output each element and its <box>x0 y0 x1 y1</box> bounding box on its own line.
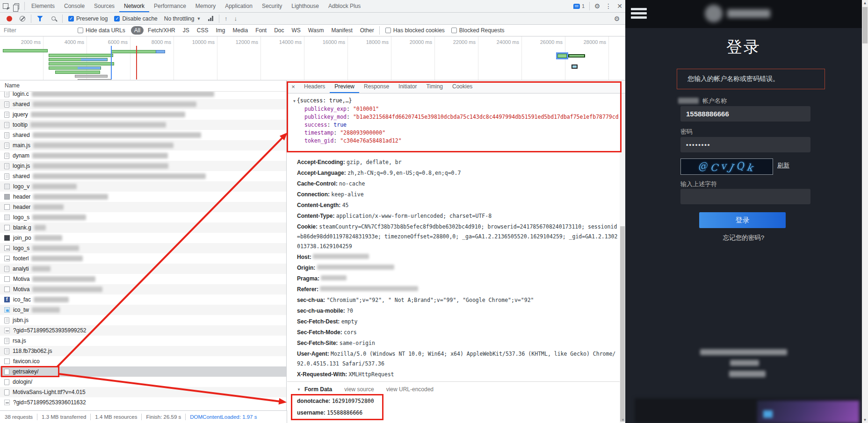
filter-chip-manifest[interactable]: Manifest <box>328 26 355 35</box>
request-list-header[interactable]: Name <box>0 80 286 92</box>
filter-chip-fetch-xhr[interactable]: Fetch/XHR <box>145 26 179 35</box>
search-icon[interactable] <box>51 16 56 21</box>
devtools-tab-console[interactable]: Console <box>59 0 89 12</box>
request-row-motivasans-light-ttf-v-4-015[interactable]: MotivaSans-Light.ttf?v=4.015 <box>0 387 286 397</box>
details-tab-initiator[interactable]: Initiator <box>394 80 421 93</box>
filter-chip-wasm[interactable]: Wasm <box>305 26 327 35</box>
close-devtools-icon[interactable]: ✕ <box>614 2 625 10</box>
details-scrollbar[interactable]: ▼ <box>620 94 625 423</box>
settings-gear-icon[interactable]: ⚙ <box>592 2 603 10</box>
throttling-select[interactable]: No throttling ▼ <box>164 15 201 22</box>
view-source-link[interactable]: view source <box>344 386 374 393</box>
more-options-icon[interactable]: ⋮ <box>603 2 614 10</box>
request-row-header[interactable]: header <box>0 202 286 212</box>
devtools-tab-adblock-plus[interactable]: Adblock Plus <box>324 0 365 12</box>
scroll-down-arrow-icon[interactable]: ▼ <box>621 418 625 422</box>
close-details-icon[interactable]: × <box>287 83 299 90</box>
details-tab-headers[interactable]: Headers <box>299 80 330 93</box>
request-row-tooltip[interactable]: tooltip <box>0 120 286 130</box>
request-row-header[interactable]: header <box>0 192 286 202</box>
filter-chip-other[interactable]: Other <box>357 26 377 35</box>
request-row-analyti[interactable]: analyti <box>0 264 286 274</box>
details-tab-response[interactable]: Response <box>359 80 394 93</box>
request-row-jsbn-js[interactable]: jsbn.js <box>0 315 286 325</box>
request-row-ico-fac[interactable]: ico_fac <box>0 294 286 305</box>
record-button[interactable] <box>7 16 12 22</box>
request-row-login-js[interactable]: login.js <box>0 161 286 171</box>
captcha-field[interactable] <box>680 189 810 204</box>
request-row-jquery[interactable]: jquery <box>0 109 286 120</box>
request-row-shared[interactable]: shared <box>0 130 286 140</box>
filter-chip-css[interactable]: CSS <box>194 26 212 35</box>
filter-input[interactable] <box>4 27 74 34</box>
inspect-element-icon[interactable] <box>0 0 11 12</box>
request-row-getrsakey[interactable]: getrsakey/ <box>0 366 286 377</box>
filter-chip-font[interactable]: Font <box>252 26 270 35</box>
devtools-tab-elements[interactable]: Elements <box>27 0 59 12</box>
preserve-log-checkbox[interactable] <box>68 16 74 22</box>
details-tab-timing[interactable]: Timing <box>421 80 448 93</box>
devtools-tab-lighthouse[interactable]: Lighthouse <box>287 0 324 12</box>
clear-icon[interactable] <box>20 16 25 22</box>
login-button[interactable]: 登录 <box>699 212 786 228</box>
network-conditions-icon[interactable] <box>208 16 213 21</box>
expand-triangle-icon[interactable]: ▼ <box>297 387 301 392</box>
request-row-footerl[interactable]: footerl <box>0 253 286 264</box>
request-row-shared[interactable]: shared <box>0 99 286 109</box>
request-row-dologin[interactable]: dologin/ <box>0 377 286 387</box>
request-row-gid-5718995253935999252[interactable]: ?gid=5718995253935999252 <box>0 325 286 336</box>
username-field[interactable] <box>680 106 810 122</box>
devtools-tab-sources[interactable]: Sources <box>89 0 119 12</box>
request-row-gid-5718995253936011632[interactable]: ?gid=5718995253936011632 <box>0 397 286 408</box>
import-har-icon[interactable]: ↑ <box>224 15 228 22</box>
has-blocked-cookies-checkbox[interactable] <box>385 28 391 33</box>
filter-chip-media[interactable]: Media <box>229 26 251 35</box>
hide-data-urls-checkbox[interactable] <box>78 28 83 33</box>
network-settings-gear-icon[interactable]: ⚙ <box>611 15 622 22</box>
request-row-dynam[interactable]: dynam <box>0 151 286 161</box>
details-tab-cookies[interactable]: Cookies <box>448 80 477 93</box>
device-toolbar-icon[interactable] <box>11 0 22 12</box>
page-scrollbar[interactable]: ▲ ▼ <box>862 0 868 423</box>
view-url-encoded-link[interactable]: view URL-encoded <box>386 386 434 393</box>
devtools-tab-security[interactable]: Security <box>257 0 287 12</box>
filter-icon[interactable] <box>37 16 43 22</box>
request-row-motiva[interactable]: Motiva <box>0 274 286 284</box>
details-scrollbar-thumb[interactable] <box>620 226 625 422</box>
forgot-password-link[interactable]: 忘记您的密码? <box>625 234 862 242</box>
request-row-rsa-js[interactable]: rsa.js <box>0 336 286 346</box>
password-field[interactable] <box>680 137 810 152</box>
json-preview-root[interactable]: ▼{success: true,…} <box>293 97 619 105</box>
request-row-logo-s[interactable]: logo_s <box>0 212 286 222</box>
export-har-icon[interactable]: ↓ <box>234 15 237 22</box>
disable-cache-checkbox[interactable] <box>114 16 120 22</box>
request-row-favicon-ico[interactable]: favicon.ico <box>0 356 286 366</box>
request-row-main-js[interactable]: main.js <box>0 140 286 151</box>
request-row-logo-s[interactable]: logo_s <box>0 243 286 253</box>
devtools-tab-network[interactable]: Network <box>119 0 149 12</box>
filter-chip-all[interactable]: All <box>131 26 144 35</box>
scroll-down-arrow-icon[interactable]: ▼ <box>862 418 868 422</box>
details-tab-preview[interactable]: Preview <box>330 80 359 93</box>
request-row-118-fb73b062-js[interactable]: 118.fb73b062.js <box>0 346 286 356</box>
request-row-shared[interactable]: shared <box>0 171 286 181</box>
filter-chip-ws[interactable]: WS <box>289 26 304 35</box>
filter-chip-img[interactable]: Img <box>212 26 228 35</box>
menu-hamburger-icon[interactable] <box>631 8 647 21</box>
request-row-blank-g[interactable]: blank.g <box>0 222 286 233</box>
captcha-refresh-link[interactable]: 刷新 <box>777 161 789 170</box>
devtools-tab-performance[interactable]: Performance <box>149 0 191 12</box>
request-row-logo-v[interactable]: logo_v <box>0 181 286 192</box>
devtools-tab-memory[interactable]: Memory <box>191 0 220 12</box>
request-row-join-po[interactable]: join_po <box>0 233 286 243</box>
network-overview-timeline[interactable]: 2000 ms4000 ms6000 ms8000 ms10000 ms1200… <box>0 36 625 80</box>
request-row-motiva[interactable]: Motiva <box>0 284 286 294</box>
scroll-up-arrow-icon[interactable]: ▲ <box>862 1 868 5</box>
filter-chip-doc[interactable]: Doc <box>271 26 287 35</box>
page-scrollbar-thumb[interactable] <box>862 7 868 43</box>
request-row-ico-tw[interactable]: ico_tw <box>0 305 286 315</box>
filter-chip-js[interactable]: JS <box>180 26 193 35</box>
issues-button[interactable]: 1 <box>571 3 587 9</box>
blocked-requests-checkbox[interactable] <box>451 28 457 33</box>
devtools-tab-application[interactable]: Application <box>220 0 257 12</box>
